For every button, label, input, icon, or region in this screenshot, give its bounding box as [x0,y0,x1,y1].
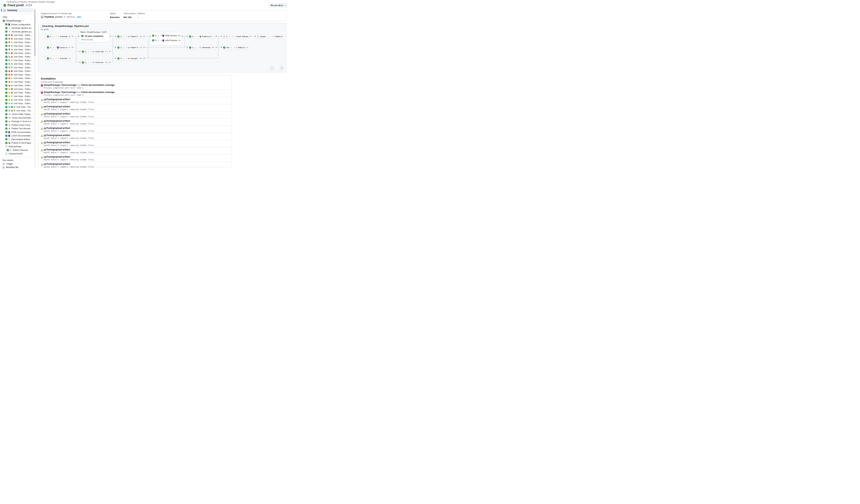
node-prefix: S... / ... / [155,39,161,41]
sidebar-job-unit-tests-python-3.12[interactable]: Unit Tests - Python 3.12 [1,109,33,113]
success-check-icon [5,131,8,133]
windows-icon [8,110,10,112]
branch-badge[interactable]: dev [76,16,82,18]
sidebar-job-unit-tests-python-3.11[interactable]: Unit Tests - Python 3.11 [1,95,33,98]
sidebar-item-workflow-file[interactable]: Workflow file [1,166,33,169]
annotation-title[interactable]: pyTooling/upload-artifact [44,113,70,115]
sidebar-job-artifact-cleanup[interactable]: Artifact Cleanup [1,148,33,152]
sidebar-job-unit-tests-python-3.12[interactable]: Unit Tests - Python 3.12 [1,98,33,102]
success-check-icon [5,81,8,83]
sidebar-job-publish-test-results[interactable]: Publish Test Results [1,127,33,130]
graph-node-check-doc-coverage[interactable]: S... / ... /Check docume...18s [80,60,109,64]
sidebar-job-unit-tests-python-3.9[interactable]: Unit Tests - Python 3.9 [1,33,33,37]
sidebar-job-latex-documentation-using-...[interactable]: LaTeX Documentation using ... [1,134,33,138]
graph-node-package-source-wheel[interactable]: S... / ... /Package in Sou...18s [116,56,144,60]
matrix-group-box[interactable]: 22 jobs completedShow all jobs [79,33,110,43]
graph-node-publish-gh-pages[interactable]: S... / ... /Publish to GH-P...7s [188,34,216,39]
graph-node-check-static-typing[interactable]: S... / ... /Check Static Ty...17s [80,49,109,54]
sidebar-job-html-documentation-using-...[interactable]: HTML Documentation using ... [1,130,33,134]
annotation-title[interactable]: pyTooling/upload-artifact [44,105,70,108]
sidebar-job-extract-configurations-from-p...[interactable]: Extract configurations from p... [1,23,33,26]
skipped-icon [5,145,8,148]
sidebar-job-unit-tests-python-3.12[interactable]: Unit Tests - Python 3.12 [1,105,33,109]
sidebar-group-simplepackage[interactable]: SimplePackage [1,19,33,23]
sidebar-job-releasepage[interactable]: ReleasePage [1,145,33,148]
book-icon [8,24,10,26]
sidebar-job-unit-tests-python-3.13[interactable]: Unit Tests - Python 3.13 [1,48,33,52]
success-check-icon [5,48,8,51]
actor-name[interactable]: Paebbels [45,16,54,18]
sidebar-job-check-documentation-covera...[interactable]: Check documentation covera... [1,116,33,120]
zoom-in-button[interactable]: + [280,66,284,70]
windows-icon [8,67,10,69]
graph-node-create-release-page[interactable]: S... / ... /Create 'Release Pa... [221,34,250,39]
annotation-title[interactable]: pyTooling/upload-artifact [44,148,70,151]
graph-node-latex-doc[interactable]: S... / ... /LaTeX Docume...51s [152,39,181,42]
graph-node-publish-pypi[interactable]: Simple... / ... /Publish to PyPI [256,34,285,39]
sidebar-item-usage[interactable]: Usage [1,162,33,166]
sidebar-job-unit-tests-python-3.13[interactable]: Unit Tests - Python 3.13 [1,102,33,105]
sidebar-job-unit-tests-python-3.10[interactable]: Unit Tests - Python 3.10 [1,55,33,59]
sidebar-job-unit-tests-python-3.13[interactable]: Unit Tests - Python 3.13 [1,66,33,69]
sidebar-job-publish-code-coverage-results[interactable]: Publish Code Coverage Results [1,123,33,127]
sidebar-job-package-in-source-and-wheel...[interactable]: Package in Source and Wheel... [1,120,33,123]
sidebar-job-unit-tests-python-3.11[interactable]: Unit Tests - Python 3.11 [1,59,33,62]
sidebar-job-unit-tests-python-3.10[interactable]: Unit Tests - Python 3.10 [1,73,33,76]
apple-red-icon [8,77,10,80]
annotation-title[interactable]: pyTooling/upload-artifact [44,163,70,165]
success-check-icon [47,46,49,49]
show-all-jobs-link[interactable]: Show all jobs [81,39,93,41]
fullscreen-button[interactable] [270,66,274,70]
annotation-title[interactable]: pyTooling/upload-artifact [44,141,70,144]
sidebar-item-summary[interactable]: Summary [1,8,33,12]
node-label: HTML Docume... [165,34,177,37]
annotation-title[interactable]: pyTooling/upload-artifact [44,134,70,136]
graph-node-gen-params-2[interactable]: S... / ... /Generate pipelin...0s [45,56,72,60]
sidebar-job-unit-tests-python-3.9[interactable]: Unit Tests - Python 3.9 [1,52,33,55]
annotation-message: macOS doesn't support removing hidden fi… [44,101,95,103]
sidebar-job-unit-tests-python-3.10[interactable]: Unit Tests - Python 3.10 [1,91,33,95]
sidebar-job-publish-to-gh-pages[interactable]: Publish to GH-Pages [1,141,33,145]
sidebar-job-generate-pipeline-parameters[interactable]: Generate pipeline parameters [1,26,33,30]
graph-node-artifact-cleanup[interactable]: Sim... / ... /Artifact Cleanup4s [221,45,250,50]
sidebar-job-unit-tests-python-3.9[interactable]: Unit Tests - Python 3.9 [1,69,33,73]
annotations-list: SimplePackage / DocCoverage /Check docum… [38,83,232,169]
sidebar-job-publishonpypi[interactable]: PublishOnPyPI [1,152,33,156]
graph-node-intermediate-cleanup[interactable]: S... / ... /Intermediate A...16s [188,45,216,50]
sidebar-job-generate-pipeline-parameters[interactable]: Generate pipeline parameters [1,30,33,33]
breadcrumb-back-link[interactable]: ← Verification of Pipeline Templates (Si… [3,1,55,3]
sidebar-job-unit-tests-python-3.12[interactable]: Unit Tests - Python 3.12 [1,80,33,84]
sidebar-job-unit-tests-python-3.11[interactable]: Unit Tests - Python 3.11 [1,41,33,44]
annotation-title[interactable]: SimplePackage / DocCoverage /Check docum… [44,84,114,86]
success-check-icon [5,34,8,37]
linux-penguin-icon [8,48,10,51]
sidebar-job-unit-tests-python-3.12[interactable]: Unit Tests - Python 3.12 [1,44,33,48]
graph-node-html-doc[interactable]: S... / ... /HTML Docume...55s [152,34,181,37]
sidebar-scrollbar[interactable] [34,8,35,168]
annotation-title[interactable]: pyTooling/upload-artifact [44,120,70,122]
avatar[interactable] [41,15,44,18]
more-options-button[interactable] [283,3,286,8]
graph-node-publish-code-coverage[interactable]: S... / ... /Publish Code C...20s [116,34,144,39]
node-prefix: S... / ... / [85,51,91,53]
sidebar-scrollbar-thumb[interactable] [34,10,35,56]
sidebar-job-check-static-typing-using-pyt...[interactable]: Check Static Typing using Pyt... [1,113,33,116]
python-green-dot-icon [14,106,15,108]
annotation-title[interactable]: pyTooling/upload-artifact [44,98,70,101]
annotation-title[interactable]: pyTooling/upload-artifact [44,156,70,158]
graph-node-publish-test-results[interactable]: S... / ... /Publish Test Re...13s [116,45,144,50]
graph-node-gen-params-1[interactable]: S... / ... /Generate pipelin...0s [45,34,72,39]
sidebar-job-unit-tests-python-3.12[interactable]: Unit Tests - Python 3.12 [1,62,33,66]
graph-node-extract-config[interactable]: S... / ... /Extract configur...4s [45,45,72,50]
annotation-title[interactable]: SimplePackage / DocCoverage /Check docum… [44,91,114,93]
commit-sha[interactable]: d0f07e1 [67,16,75,18]
sidebar-job-unit-tests-python-3.13[interactable]: Unit Tests - Python 3.13 [1,84,33,87]
run-info-panel: Triggered via push 13 minutes ago Paebbe… [38,10,287,21]
sidebar-job-intermediate-artifact-cleanup[interactable]: Intermediate Artifact Cleanup [1,138,33,141]
annotation-title[interactable]: pyTooling/upload-artifact [44,127,70,129]
sidebar-job-unit-tests-python-3.10[interactable]: Unit Tests - Python 3.10 [1,37,33,41]
sidebar-job-unit-tests-python-3.11[interactable]: Unit Tests - Python 3.11 [1,76,33,80]
zoom-out-button[interactable]: − [276,66,280,70]
sidebar-job-unit-tests-python-3.9[interactable]: Unit Tests - Python 3.9 [1,87,33,91]
workflow-name[interactable]: Verification of Pipeline Templates (Simp… [6,1,55,3]
